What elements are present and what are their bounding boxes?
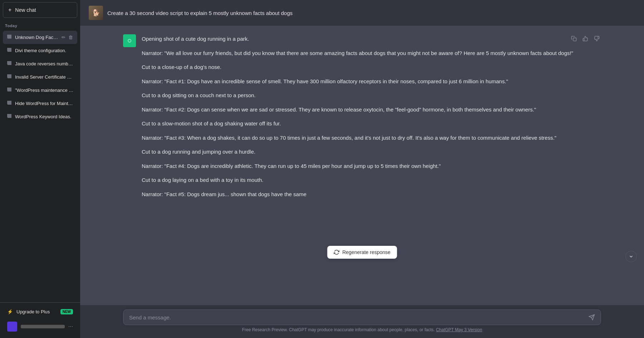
delete-chat-button[interactable]: 🗑 bbox=[68, 34, 74, 41]
chat-icon-5 bbox=[6, 87, 12, 94]
chat-item-2[interactable]: Divi theme configuration. bbox=[3, 44, 77, 57]
message-line-2: Narrator: "We all love our furry friends… bbox=[142, 49, 601, 58]
main-content: 🐕 Create a 30 second video script to exp… bbox=[80, 0, 644, 338]
chat-item-text-2: Divi theme configuration. bbox=[15, 48, 74, 53]
chat-item-text-3: Java code reverses numbers. bbox=[15, 61, 74, 66]
upgrade-label: Upgrade to Plus bbox=[16, 309, 50, 314]
message-line-9: Cut to a dog running and jumping over a … bbox=[142, 147, 601, 156]
chevron-down-icon bbox=[629, 254, 634, 259]
message-line-7: Cut to a slow-motion shot of a dog shaki… bbox=[142, 119, 601, 128]
message-line-3: Cut to a close-up of a dog's nose. bbox=[142, 63, 601, 72]
new-chat-label: New chat bbox=[15, 7, 36, 13]
today-section-label: Today bbox=[0, 20, 80, 29]
user-name bbox=[21, 325, 65, 328]
message-action-buttons bbox=[570, 34, 601, 44]
chat-messages-area[interactable]: Opening shot of a cute dog running in a … bbox=[80, 26, 644, 305]
regenerate-icon bbox=[334, 249, 340, 255]
chat-item-text-5: "WordPress maintenance plug bbox=[15, 88, 74, 93]
user-more-button[interactable]: ··· bbox=[68, 323, 73, 330]
chat-icon-2 bbox=[6, 47, 12, 54]
message-line-8: Narrator: "Fact #3: When a dog shakes, i… bbox=[142, 133, 601, 143]
chat-list: Unknown Dog Facts. ✏ 🗑 Divi theme config… bbox=[0, 29, 80, 302]
sidebar: + New chat Today Unknown Dog Facts. ✏ 🗑 … bbox=[0, 0, 80, 338]
user-info[interactable]: ··· bbox=[3, 318, 77, 335]
plus-icon: + bbox=[8, 7, 11, 13]
user-avatar bbox=[7, 322, 17, 332]
message-line-1: Opening shot of a cute dog running in a … bbox=[142, 34, 601, 44]
edit-chat-button[interactable]: ✏ bbox=[61, 34, 66, 41]
send-button[interactable] bbox=[589, 314, 595, 320]
chat-icon-4 bbox=[6, 74, 12, 80]
ai-message-content: Opening shot of a cute dog running in a … bbox=[142, 34, 601, 199]
sidebar-bottom: ⚡ Upgrade to Plus NEW ··· bbox=[0, 302, 80, 338]
message-line-5: Cut to a dog sitting on a couch next to … bbox=[142, 91, 601, 100]
thumbs-down-button[interactable] bbox=[592, 34, 601, 44]
footer-note-text: Free Research Preview. ChatGPT may produ… bbox=[242, 327, 435, 332]
chat-item-text: Unknown Dog Facts. bbox=[15, 35, 58, 40]
copy-button[interactable] bbox=[570, 34, 578, 44]
message-line-4: Narrator: "Fact #1: Dogs have an incredi… bbox=[142, 77, 601, 86]
regenerate-label: Regenerate response bbox=[342, 249, 391, 255]
chat-item-3[interactable]: Java code reverses numbers. bbox=[3, 57, 77, 70]
scroll-down-button[interactable] bbox=[625, 251, 637, 262]
message-input-box bbox=[123, 309, 601, 325]
upgrade-icon: ⚡ bbox=[7, 309, 13, 314]
regenerate-popup[interactable]: Regenerate response bbox=[327, 246, 397, 259]
chat-item-text-4: Invalid Server Certificate Error bbox=[15, 74, 74, 80]
chat-item-1[interactable]: Unknown Dog Facts. ✏ 🗑 bbox=[3, 31, 77, 44]
message-input[interactable] bbox=[129, 314, 586, 320]
prompt-text: Create a 30 second video script to expla… bbox=[107, 10, 293, 16]
chat-icon-7 bbox=[6, 113, 12, 120]
svg-rect-0 bbox=[573, 38, 576, 41]
chat-item-6[interactable]: Hide WordPress for Maintenan bbox=[3, 97, 77, 110]
header-prompt-area: 🐕 Create a 30 second video script to exp… bbox=[80, 0, 644, 26]
send-icon bbox=[589, 314, 595, 320]
chat-icon-6 bbox=[6, 100, 12, 107]
ai-message-block: Opening shot of a cute dog running in a … bbox=[80, 26, 644, 207]
chat-item-7[interactable]: WordPress Keyword Ideas. bbox=[3, 110, 77, 123]
chat-item-text-7: WordPress Keyword Ideas. bbox=[15, 114, 74, 119]
chat-item-5[interactable]: "WordPress maintenance plug bbox=[3, 84, 77, 97]
message-line-11: Cut to a dog laying on a bed with a toy … bbox=[142, 175, 601, 185]
chat-item-4[interactable]: Invalid Server Certificate Error bbox=[3, 70, 77, 84]
thumbs-up-button[interactable] bbox=[581, 34, 590, 44]
ai-avatar bbox=[123, 34, 136, 47]
message-line-10: Narrator: "Fact #4: Dogs are incredibly … bbox=[142, 161, 601, 171]
prompt-thumbnail: 🐕 bbox=[89, 6, 103, 20]
footer-note: Free Research Preview. ChatGPT may produ… bbox=[123, 325, 601, 335]
chat-icon bbox=[6, 34, 12, 41]
message-line-6: Narrator: "Fact #2: Dogs can sense when … bbox=[142, 105, 601, 114]
chat-item-actions: ✏ 🗑 bbox=[61, 34, 74, 41]
message-line-12: Narrator: "Fact #5: Dogs dream jus... sh… bbox=[142, 190, 601, 199]
new-badge: NEW bbox=[60, 309, 73, 314]
new-chat-button[interactable]: + New chat bbox=[3, 2, 77, 18]
upgrade-button[interactable]: ⚡ Upgrade to Plus NEW bbox=[3, 305, 77, 318]
input-area: Free Research Preview. ChatGPT may produ… bbox=[80, 305, 644, 338]
chat-item-text-6: Hide WordPress for Maintenan bbox=[15, 101, 74, 106]
chat-icon-3 bbox=[6, 60, 12, 67]
chatgpt-version-link[interactable]: ChatGPT May 3 Version bbox=[436, 327, 482, 332]
